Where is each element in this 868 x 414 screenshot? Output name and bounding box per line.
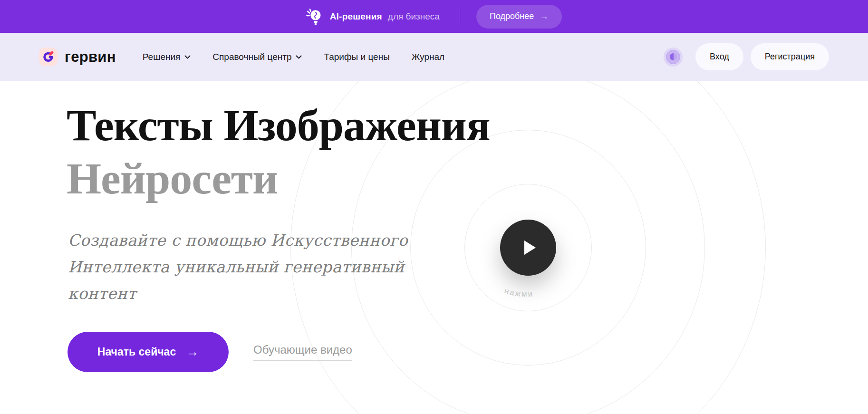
hero-section: Тексты Изображения Нейросети Создавайте …: [0, 81, 868, 414]
banner-title: AI-решения: [330, 11, 382, 22]
subtitle-line: контент: [68, 280, 408, 307]
main-nav: гервин Решения Справочный центр Тарифы и…: [0, 33, 868, 81]
arrow-right-icon: →: [186, 345, 199, 359]
promo-banner: AI-решения для бизнеса Подробнее →: [0, 0, 868, 33]
tutorial-videos-link[interactable]: Обучающие видео: [253, 343, 352, 361]
subtitle-line: Создавайте с помощью Искусственного: [68, 227, 408, 254]
banner-more-label: Подробнее: [490, 11, 534, 21]
hero-subtitle: Создавайте с помощью Искусственного Инте…: [68, 227, 408, 307]
title-line-2: Нейросети: [67, 155, 490, 202]
play-hint: нажми: [485, 279, 589, 313]
start-now-label: Начать сейчас: [97, 346, 176, 358]
nav-item-help-center[interactable]: Справочный центр: [212, 52, 302, 62]
logo-g-icon: [39, 48, 58, 66]
page-title: Тексты Изображения Нейросети: [67, 102, 490, 202]
logo-text: гервин: [65, 48, 116, 66]
play-icon: [524, 241, 536, 255]
banner-divider: [460, 10, 460, 24]
banner-subtitle: для бизнеса: [388, 11, 440, 22]
nav-item-journal[interactable]: Журнал: [412, 52, 444, 62]
chevron-down-icon: [184, 55, 191, 59]
nav-item-label: Журнал: [412, 52, 444, 62]
video-play-button[interactable]: [500, 220, 556, 276]
start-now-button[interactable]: Начать сейчас →: [68, 332, 229, 372]
contrast-icon: [670, 53, 677, 60]
theme-toggle[interactable]: [666, 50, 680, 64]
title-line-1: Тексты Изображения: [67, 102, 490, 149]
nav-item-label: Тарифы и цены: [324, 52, 389, 62]
login-button[interactable]: Вход: [695, 43, 743, 70]
nav-item-label: Решения: [143, 52, 181, 62]
nav-items: Решения Справочный центр Тарифы и цены Ж…: [143, 52, 444, 62]
subtitle-line: Интеллекта уникальный генеративный: [68, 254, 408, 280]
signup-button[interactable]: Регистрация: [751, 43, 829, 70]
nav-item-pricing[interactable]: Тарифы и цены: [324, 52, 389, 62]
cta-row: Начать сейчас → Обучающие видео: [68, 332, 352, 372]
svg-text:нажми: нажми: [503, 286, 534, 298]
ai-bulb-icon: [306, 8, 322, 25]
banner-more-button[interactable]: Подробнее →: [476, 5, 562, 29]
logo[interactable]: гервин: [39, 48, 116, 66]
chevron-down-icon: [296, 55, 302, 59]
arrow-right-icon: →: [540, 11, 549, 22]
nav-item-solutions[interactable]: Решения: [143, 52, 191, 62]
play-hint-text: нажми: [503, 286, 534, 298]
nav-item-label: Справочный центр: [212, 52, 291, 62]
